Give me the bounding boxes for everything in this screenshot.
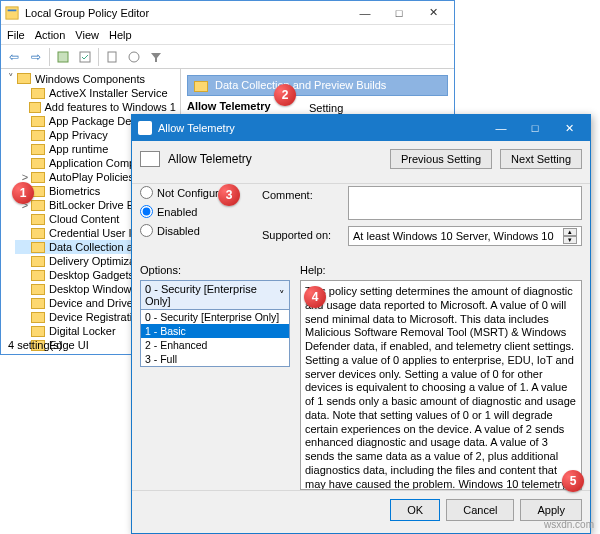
folder-icon [31,256,45,267]
collapse-icon[interactable]: ˅ [5,72,17,85]
details-title: Data Collection and Preview Builds [215,79,386,91]
menu-view[interactable]: View [75,29,99,41]
comment-field[interactable] [348,186,582,220]
separator [49,48,50,66]
close-button[interactable]: ✕ [416,2,450,24]
selected-policy-name: Allow Telemetry [187,100,271,112]
back-button[interactable]: ⇦ [5,48,23,66]
options-dropdown[interactable]: 0 - Security [Enterprise Only] ˅ 0 - Sec… [140,280,290,367]
folder-icon [31,270,45,281]
folder-icon [31,144,45,155]
forward-button[interactable]: ⇨ [27,48,45,66]
folder-icon [17,73,31,84]
tree-label: Digital Locker [49,325,116,337]
folder-icon [31,130,45,141]
toolbar-icon[interactable] [125,48,143,66]
folder-icon [31,312,45,323]
radio-label: Disabled [157,225,200,237]
radio-option[interactable]: Disabled [140,224,250,237]
dropdown-item[interactable]: 1 - Basic [141,324,289,338]
folder-icon [31,326,45,337]
maximize-button[interactable]: □ [520,118,550,138]
app-icon [5,6,19,20]
close-button[interactable]: ✕ [554,118,584,138]
apply-button[interactable]: Apply [520,499,582,521]
minimize-button[interactable]: — [348,2,382,24]
radio-input[interactable] [140,205,153,218]
dialog-titlebar: Allow Telemetry — □ ✕ [132,115,590,141]
maximize-button[interactable]: □ [382,2,416,24]
callout-badge-2: 2 [274,84,296,106]
folder-icon [194,81,208,92]
folder-icon [31,298,45,309]
folder-icon [31,172,45,183]
tree-label: App Privacy [49,129,108,141]
main-titlebar: Local Group Policy Editor — □ ✕ [1,1,454,25]
folder-icon [31,200,45,211]
dropdown-item[interactable]: 2 - Enhanced [141,338,289,352]
tree-label: Biometrics [49,185,100,197]
svg-rect-4 [108,52,116,62]
svg-rect-1 [8,9,17,11]
spin-control[interactable]: ▴▾ [563,228,577,244]
folder-icon [31,158,45,169]
supported-label: Supported on: [262,226,342,246]
dropdown-selected: 0 - Security [Enterprise Only] [145,283,279,307]
svg-rect-3 [80,52,90,62]
policy-icon [140,151,160,167]
menu-action[interactable]: Action [35,29,66,41]
toolbar-icon[interactable] [76,48,94,66]
help-label: Help: [300,264,582,276]
svg-rect-0 [6,6,18,18]
folder-icon [31,242,45,253]
dropdown-item[interactable]: 0 - Security [Enterprise Only] [141,310,289,324]
separator [98,48,99,66]
tree-label: Desktop Gadgets [49,269,134,281]
svg-rect-2 [58,52,68,62]
chevron-down-icon: ˅ [279,289,285,302]
tree-item[interactable]: Add features to Windows 1 [15,100,180,114]
cancel-button[interactable]: Cancel [446,499,514,521]
folder-icon [31,228,45,239]
main-title: Local Group Policy Editor [25,7,348,19]
toolbar-icon[interactable] [54,48,72,66]
radio-option[interactable]: Enabled [140,205,250,218]
tree-root[interactable]: ˅ Windows Components [1,71,180,86]
ok-button[interactable]: OK [390,499,440,521]
help-text[interactable]: This policy setting determines the amoun… [300,280,582,490]
policy-header: Allow Telemetry [168,152,382,166]
dialog-icon [138,121,152,135]
previous-setting-button[interactable]: Previous Setting [390,149,492,169]
radio-input[interactable] [140,186,153,199]
policy-dialog: Allow Telemetry — □ ✕ Allow Telemetry Pr… [131,114,591,534]
tree-label: App runtime [49,143,108,155]
tree-label: Cloud Content [49,213,119,225]
next-setting-button[interactable]: Next Setting [500,149,582,169]
menu-help[interactable]: Help [109,29,132,41]
folder-icon [29,102,41,113]
toolbar-icon[interactable] [103,48,121,66]
comment-label: Comment: [262,186,342,220]
radio-label: Enabled [157,206,197,218]
minimize-button[interactable]: — [486,118,516,138]
tree-label: AutoPlay Policies [49,171,134,183]
watermark: wsxdn.com [544,519,594,530]
dropdown-item[interactable]: 3 - Full [141,352,289,366]
folder-icon [31,88,45,99]
callout-badge-4: 4 [304,286,326,308]
svg-point-5 [129,52,139,62]
supported-value: At least Windows 10 Server, Windows 10 [353,230,554,242]
tree-label: ActiveX Installer Service [49,87,168,99]
filter-icon[interactable] [147,48,165,66]
callout-badge-5: 5 [562,470,584,492]
folder-icon [31,214,45,225]
options-label: Options: [140,264,290,276]
tree-item[interactable]: ActiveX Installer Service [15,86,180,100]
menu-file[interactable]: File [7,29,25,41]
folder-icon [31,284,45,295]
callout-badge-1: 1 [12,182,34,204]
dialog-title: Allow Telemetry [158,122,486,134]
tree-label: Add features to Windows 1 [45,101,176,113]
supported-field: At least Windows 10 Server, Windows 10 ▴… [348,226,582,246]
radio-input[interactable] [140,224,153,237]
